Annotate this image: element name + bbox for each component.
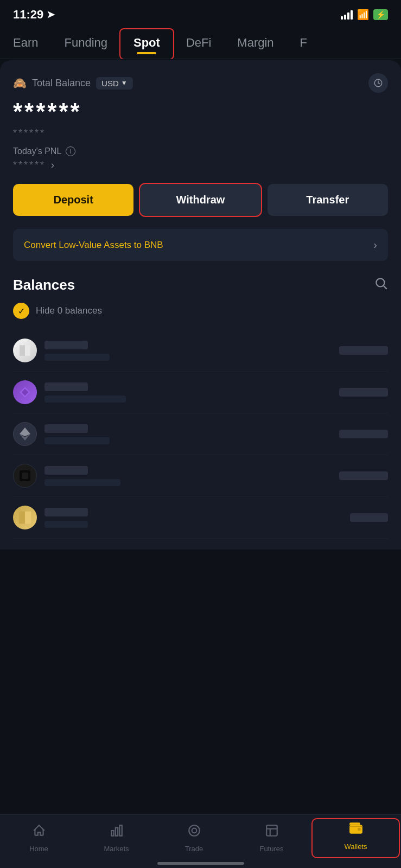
signal-bars [341,10,353,20]
nav-trade[interactable]: Trade [155,821,233,855]
coin-icon [13,380,37,404]
svg-rect-4 [25,345,30,356]
list-item[interactable] [13,413,388,455]
convert-arrow-icon: › [373,239,377,251]
balance-header: 🙈 Total Balance USD ▼ [13,73,388,93]
coin-sub-blur [44,479,120,486]
pnl-value: ****** › [13,159,388,171]
coin-name-blur [44,466,88,475]
coin-icon [13,464,37,488]
transfer-button[interactable]: Transfer [268,184,388,216]
withdraw-button[interactable]: Withdraw [140,184,260,216]
history-icon[interactable] [368,73,388,93]
status-icons: 📶 ⚡ [341,9,388,21]
nav-home-label: Home [29,845,48,853]
wallets-icon [349,821,363,839]
hide-zero-label: Hide 0 balances [36,305,102,316]
search-button[interactable] [374,276,388,294]
hide-zero-checkbox[interactable]: ✓ [13,303,29,319]
convert-banner[interactable]: Convert Low-Value Assets to BNB › [13,229,388,261]
coin-name-blur [44,424,88,433]
coin-name-blur [44,508,88,516]
wifi-icon: 📶 [357,9,369,21]
svg-rect-15 [119,825,122,836]
nav-home[interactable]: Home [0,821,78,855]
balance-label: 🙈 Total Balance USD ▼ [13,76,133,90]
futures-icon [265,824,279,841]
trade-icon [187,824,201,841]
svg-point-17 [192,828,196,833]
balances-header: Balances [13,276,388,294]
deposit-button[interactable]: Deposit [13,184,133,216]
home-indicator [157,862,244,865]
list-item[interactable] [13,497,388,539]
list-item[interactable] [13,330,388,372]
home-icon [32,824,46,841]
coin-icon [13,422,37,446]
nav-futures-label: Futures [259,845,283,853]
coin-name-blur [44,341,88,349]
nav-wallets[interactable]: Wallets [313,819,399,857]
balance-value [350,513,388,522]
balance-value [339,346,388,355]
balance-stars: ****** [13,98,388,125]
nav-futures[interactable]: Futures [233,821,310,855]
svg-marker-7 [20,427,30,436]
list-item[interactable] [13,455,388,497]
coin-icon [13,506,37,529]
svg-rect-14 [115,828,117,836]
svg-rect-3 [20,345,25,356]
currency-selector[interactable]: USD ▼ [96,77,133,90]
hide-zero-row: ✓ Hide 0 balances [13,303,388,319]
tab-margin[interactable]: Margin [224,29,287,59]
convert-text: Convert Low-Value Assets to BNB [24,240,163,251]
balance-value [339,430,388,438]
coin-icon [13,339,37,362]
svg-rect-13 [111,831,113,836]
svg-rect-10 [22,473,28,479]
markets-icon [110,824,124,841]
svg-rect-11 [19,512,25,524]
hide-balance-icon[interactable]: 🙈 [13,76,27,90]
action-buttons: Deposit Withdraw Transfer [13,184,388,216]
nav-wallets-label: Wallets [344,843,367,851]
bottom-nav: Home Markets Trade Futures [0,814,401,868]
balance-value [339,388,388,397]
coin-sub-blur [44,354,110,361]
coin-name-blur [44,382,88,391]
tab-defi[interactable]: DeFi [173,29,224,59]
tab-spot[interactable]: Spot [120,29,173,59]
tab-earn[interactable]: Earn [0,29,51,59]
coin-sub-blur [44,521,88,528]
pnl-label: Today's PNL i [13,146,388,156]
coin-sub-blur [44,395,126,403]
main-content: 🙈 Total Balance USD ▼ ****** ****** Toda… [0,60,401,550]
tab-f[interactable]: F [287,29,320,59]
tab-funding[interactable]: Funding [51,29,120,59]
battery-icon: ⚡ [373,9,388,20]
balance-value [339,471,388,480]
nav-trade-label: Trade [185,845,203,853]
location-icon: ➤ [47,9,55,21]
pnl-info-icon[interactable]: i [66,146,75,156]
svg-rect-18 [266,825,277,836]
balance-list [13,330,388,539]
svg-line-2 [384,286,387,289]
status-time: 11:29 ➤ [13,8,55,22]
svg-rect-22 [358,828,360,831]
svg-point-1 [376,278,384,286]
svg-rect-12 [25,512,31,524]
balances-title: Balances [13,277,75,293]
pnl-arrow-icon[interactable]: › [51,159,56,171]
status-bar: 11:29 ➤ 📶 ⚡ [0,0,401,27]
nav-tabs: Earn Funding Spot DeFi Margin F [0,27,401,59]
coin-sub-blur [44,437,110,444]
list-item[interactable] [13,372,388,413]
balance-sub: ****** [13,127,388,139]
svg-point-16 [189,825,200,836]
nav-markets[interactable]: Markets [78,821,155,855]
nav-markets-label: Markets [104,845,129,853]
